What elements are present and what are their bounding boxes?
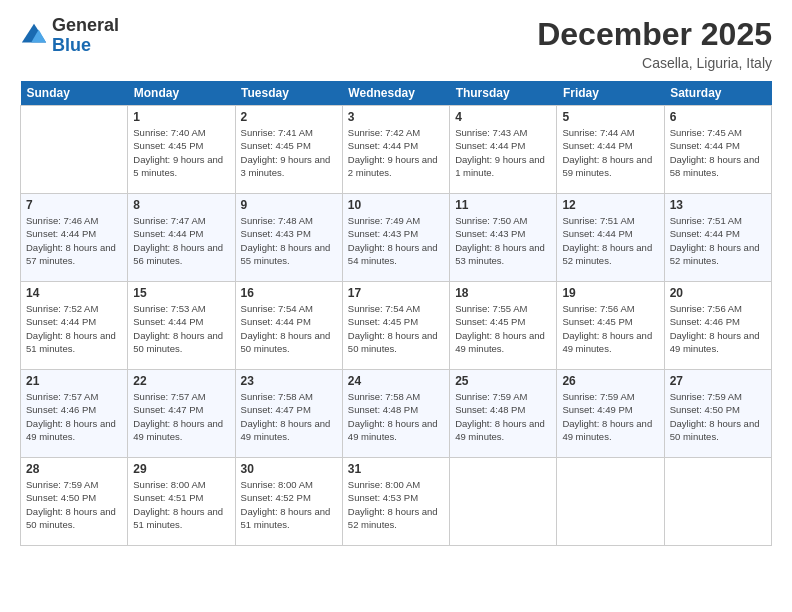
day-cell: 23Sunrise: 7:58 AMSunset: 4:47 PMDayligh… xyxy=(235,370,342,458)
day-number: 12 xyxy=(562,198,658,212)
day-info: Sunrise: 8:00 AMSunset: 4:52 PMDaylight:… xyxy=(241,478,337,531)
day-number: 20 xyxy=(670,286,766,300)
day-cell: 14Sunrise: 7:52 AMSunset: 4:44 PMDayligh… xyxy=(21,282,128,370)
day-number: 25 xyxy=(455,374,551,388)
day-cell: 29Sunrise: 8:00 AMSunset: 4:51 PMDayligh… xyxy=(128,458,235,546)
header: General Blue December 2025 Casella, Ligu… xyxy=(20,16,772,71)
day-info: Sunrise: 7:54 AMSunset: 4:45 PMDaylight:… xyxy=(348,302,444,355)
day-number: 14 xyxy=(26,286,122,300)
day-info: Sunrise: 7:59 AMSunset: 4:48 PMDaylight:… xyxy=(455,390,551,443)
day-cell: 30Sunrise: 8:00 AMSunset: 4:52 PMDayligh… xyxy=(235,458,342,546)
day-cell: 22Sunrise: 7:57 AMSunset: 4:47 PMDayligh… xyxy=(128,370,235,458)
week-row-2: 7Sunrise: 7:46 AMSunset: 4:44 PMDaylight… xyxy=(21,194,772,282)
weekday-header-monday: Monday xyxy=(128,81,235,106)
day-number: 26 xyxy=(562,374,658,388)
day-cell: 26Sunrise: 7:59 AMSunset: 4:49 PMDayligh… xyxy=(557,370,664,458)
day-number: 17 xyxy=(348,286,444,300)
day-info: Sunrise: 7:49 AMSunset: 4:43 PMDaylight:… xyxy=(348,214,444,267)
day-number: 18 xyxy=(455,286,551,300)
day-info: Sunrise: 7:43 AMSunset: 4:44 PMDaylight:… xyxy=(455,126,551,179)
week-row-1: 1Sunrise: 7:40 AMSunset: 4:45 PMDaylight… xyxy=(21,106,772,194)
day-number: 21 xyxy=(26,374,122,388)
day-number: 30 xyxy=(241,462,337,476)
day-number: 3 xyxy=(348,110,444,124)
weekday-header-sunday: Sunday xyxy=(21,81,128,106)
day-info: Sunrise: 7:41 AMSunset: 4:45 PMDaylight:… xyxy=(241,126,337,179)
day-cell: 7Sunrise: 7:46 AMSunset: 4:44 PMDaylight… xyxy=(21,194,128,282)
day-cell: 11Sunrise: 7:50 AMSunset: 4:43 PMDayligh… xyxy=(450,194,557,282)
calendar: SundayMondayTuesdayWednesdayThursdayFrid… xyxy=(20,81,772,546)
day-cell: 6Sunrise: 7:45 AMSunset: 4:44 PMDaylight… xyxy=(664,106,771,194)
day-number: 9 xyxy=(241,198,337,212)
day-info: Sunrise: 7:48 AMSunset: 4:43 PMDaylight:… xyxy=(241,214,337,267)
day-cell: 18Sunrise: 7:55 AMSunset: 4:45 PMDayligh… xyxy=(450,282,557,370)
day-cell xyxy=(450,458,557,546)
day-info: Sunrise: 8:00 AMSunset: 4:53 PMDaylight:… xyxy=(348,478,444,531)
day-cell: 3Sunrise: 7:42 AMSunset: 4:44 PMDaylight… xyxy=(342,106,449,194)
day-info: Sunrise: 7:59 AMSunset: 4:50 PMDaylight:… xyxy=(670,390,766,443)
day-info: Sunrise: 7:47 AMSunset: 4:44 PMDaylight:… xyxy=(133,214,229,267)
day-info: Sunrise: 7:57 AMSunset: 4:47 PMDaylight:… xyxy=(133,390,229,443)
day-number: 15 xyxy=(133,286,229,300)
day-info: Sunrise: 7:52 AMSunset: 4:44 PMDaylight:… xyxy=(26,302,122,355)
day-info: Sunrise: 7:55 AMSunset: 4:45 PMDaylight:… xyxy=(455,302,551,355)
day-info: Sunrise: 8:00 AMSunset: 4:51 PMDaylight:… xyxy=(133,478,229,531)
day-number: 6 xyxy=(670,110,766,124)
day-info: Sunrise: 7:58 AMSunset: 4:48 PMDaylight:… xyxy=(348,390,444,443)
day-info: Sunrise: 7:51 AMSunset: 4:44 PMDaylight:… xyxy=(562,214,658,267)
day-cell: 5Sunrise: 7:44 AMSunset: 4:44 PMDaylight… xyxy=(557,106,664,194)
day-info: Sunrise: 7:42 AMSunset: 4:44 PMDaylight:… xyxy=(348,126,444,179)
day-number: 27 xyxy=(670,374,766,388)
day-cell: 4Sunrise: 7:43 AMSunset: 4:44 PMDaylight… xyxy=(450,106,557,194)
day-info: Sunrise: 7:50 AMSunset: 4:43 PMDaylight:… xyxy=(455,214,551,267)
day-cell: 15Sunrise: 7:53 AMSunset: 4:44 PMDayligh… xyxy=(128,282,235,370)
day-info: Sunrise: 7:53 AMSunset: 4:44 PMDaylight:… xyxy=(133,302,229,355)
location: Casella, Liguria, Italy xyxy=(537,55,772,71)
day-number: 5 xyxy=(562,110,658,124)
day-cell: 20Sunrise: 7:56 AMSunset: 4:46 PMDayligh… xyxy=(664,282,771,370)
logo-blue: Blue xyxy=(52,36,119,56)
day-number: 7 xyxy=(26,198,122,212)
weekday-header-friday: Friday xyxy=(557,81,664,106)
weekday-header-row: SundayMondayTuesdayWednesdayThursdayFrid… xyxy=(21,81,772,106)
day-number: 23 xyxy=(241,374,337,388)
day-number: 2 xyxy=(241,110,337,124)
day-cell: 28Sunrise: 7:59 AMSunset: 4:50 PMDayligh… xyxy=(21,458,128,546)
day-cell xyxy=(664,458,771,546)
title-block: December 2025 Casella, Liguria, Italy xyxy=(537,16,772,71)
day-cell: 21Sunrise: 7:57 AMSunset: 4:46 PMDayligh… xyxy=(21,370,128,458)
day-number: 11 xyxy=(455,198,551,212)
day-number: 19 xyxy=(562,286,658,300)
day-number: 24 xyxy=(348,374,444,388)
day-number: 29 xyxy=(133,462,229,476)
day-info: Sunrise: 7:59 AMSunset: 4:50 PMDaylight:… xyxy=(26,478,122,531)
day-info: Sunrise: 7:58 AMSunset: 4:47 PMDaylight:… xyxy=(241,390,337,443)
day-info: Sunrise: 7:59 AMSunset: 4:49 PMDaylight:… xyxy=(562,390,658,443)
day-cell xyxy=(21,106,128,194)
day-cell: 1Sunrise: 7:40 AMSunset: 4:45 PMDaylight… xyxy=(128,106,235,194)
day-number: 1 xyxy=(133,110,229,124)
day-cell: 2Sunrise: 7:41 AMSunset: 4:45 PMDaylight… xyxy=(235,106,342,194)
day-cell: 19Sunrise: 7:56 AMSunset: 4:45 PMDayligh… xyxy=(557,282,664,370)
weekday-header-saturday: Saturday xyxy=(664,81,771,106)
day-info: Sunrise: 7:56 AMSunset: 4:45 PMDaylight:… xyxy=(562,302,658,355)
day-number: 22 xyxy=(133,374,229,388)
day-cell: 27Sunrise: 7:59 AMSunset: 4:50 PMDayligh… xyxy=(664,370,771,458)
day-number: 16 xyxy=(241,286,337,300)
weekday-header-tuesday: Tuesday xyxy=(235,81,342,106)
day-cell: 13Sunrise: 7:51 AMSunset: 4:44 PMDayligh… xyxy=(664,194,771,282)
day-info: Sunrise: 7:54 AMSunset: 4:44 PMDaylight:… xyxy=(241,302,337,355)
logo: General Blue xyxy=(20,16,119,56)
day-cell xyxy=(557,458,664,546)
day-info: Sunrise: 7:51 AMSunset: 4:44 PMDaylight:… xyxy=(670,214,766,267)
day-number: 31 xyxy=(348,462,444,476)
day-cell: 25Sunrise: 7:59 AMSunset: 4:48 PMDayligh… xyxy=(450,370,557,458)
day-info: Sunrise: 7:56 AMSunset: 4:46 PMDaylight:… xyxy=(670,302,766,355)
logo-icon xyxy=(20,22,48,50)
day-number: 4 xyxy=(455,110,551,124)
day-number: 28 xyxy=(26,462,122,476)
logo-text: General Blue xyxy=(52,16,119,56)
page: General Blue December 2025 Casella, Ligu… xyxy=(0,0,792,612)
day-cell: 17Sunrise: 7:54 AMSunset: 4:45 PMDayligh… xyxy=(342,282,449,370)
day-number: 8 xyxy=(133,198,229,212)
